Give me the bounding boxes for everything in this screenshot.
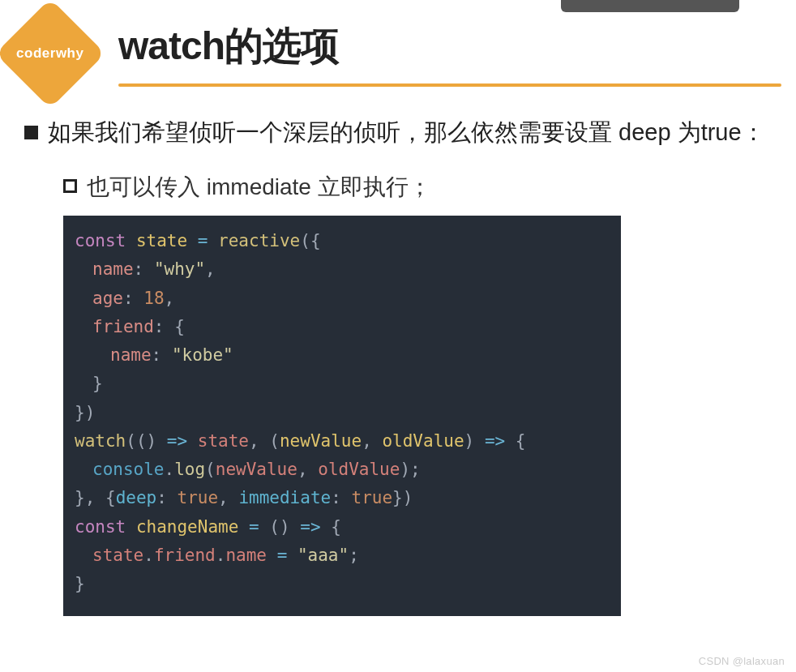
slide-header: coderwhy watch的选项	[0, 0, 796, 92]
code-line: console.log(newValue, oldValue);	[75, 456, 610, 484]
code-line: }	[75, 570, 610, 598]
bullet-level-2: 也可以传入 immediate 立即执行；	[63, 172, 772, 203]
code-line: const state = reactive({	[75, 227, 610, 255]
bullet-level-1: 如果我们希望侦听一个深层的侦听，那么依然需要设置 deep 为true：	[24, 117, 772, 149]
bullet-icon-filled	[24, 126, 38, 139]
brand-logo-text: coderwhy	[16, 45, 83, 62]
code-line: watch(() => state, (newValue, oldValue) …	[75, 427, 610, 456]
bullet-icon-hollow	[63, 179, 77, 193]
code-block: const state = reactive({name: "why",age:…	[63, 216, 621, 616]
code-line: const changeName = () => {	[75, 513, 610, 541]
code-line: age: 18,	[75, 285, 610, 313]
code-line: }	[75, 370, 610, 398]
code-line: }, {deep: true, immediate: true})	[75, 484, 610, 512]
page-title: watch的选项	[118, 20, 781, 72]
code-line: })	[75, 399, 610, 427]
code-line: name: "kobe"	[75, 341, 610, 370]
bullet-level-1-text: 如果我们希望侦听一个深层的侦听，那么依然需要设置 deep 为true：	[48, 117, 765, 149]
title-underline	[118, 83, 781, 87]
code-line: state.friend.name = "aaa";	[75, 541, 610, 570]
bullet-level-2-text: 也可以传入 immediate 立即执行；	[87, 172, 431, 203]
title-wrap: watch的选项	[118, 20, 796, 87]
watermark: CSDN @lalaxuan	[699, 655, 785, 667]
top-border-badge	[561, 0, 739, 12]
brand-logo: coderwhy	[0, 0, 105, 109]
slide-content: 如果我们希望侦听一个深层的侦听，那么依然需要设置 deep 为true： 也可以…	[0, 101, 796, 616]
code-line: name: "why",	[75, 255, 610, 284]
code-line: friend: {	[75, 313, 610, 341]
